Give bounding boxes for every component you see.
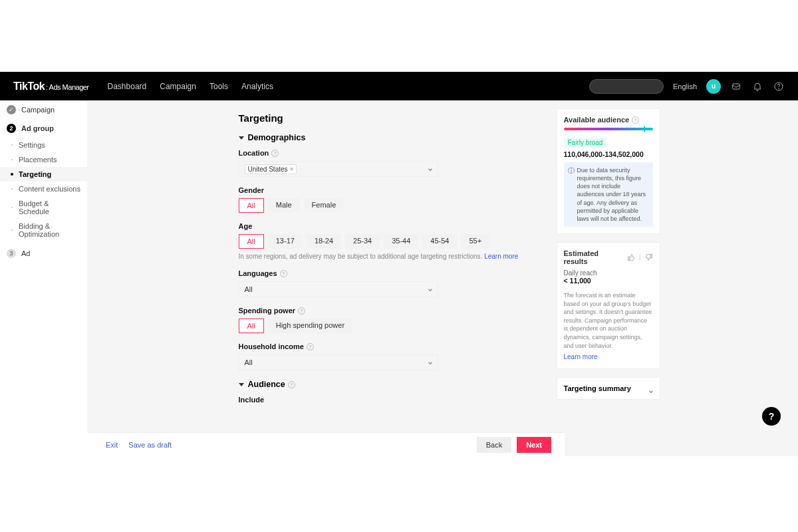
available-audience-title: Available audience <box>564 116 630 124</box>
exit-button[interactable]: Exit <box>100 438 123 452</box>
svg-point-2 <box>779 88 779 89</box>
info-icon[interactable]: ? <box>632 116 639 124</box>
sidebar-ad[interactable]: 3 Ad <box>0 244 87 263</box>
spending-all[interactable]: All <box>239 319 264 333</box>
household-select[interactable]: All <box>239 354 438 370</box>
svg-rect-0 <box>733 84 740 89</box>
right-aside: Available audience ? Fairly broad 110,04… <box>557 108 660 456</box>
age-all[interactable]: All <box>239 234 264 249</box>
age-options: All 13-17 18-24 25-34 35-44 45-54 55+ <box>239 234 534 249</box>
demographics-header[interactable]: Demographics <box>239 133 534 142</box>
sidebar-item-settings[interactable]: Settings <box>0 138 87 152</box>
alert-icon: ⓘ <box>568 166 575 223</box>
estimated-results-title: Estimated results <box>564 249 624 265</box>
help-fab[interactable]: ? <box>762 407 781 426</box>
age-35-44[interactable]: 35-44 <box>384 234 418 249</box>
chevron-down-icon <box>239 136 244 140</box>
demographics-label: Demographics <box>248 133 306 142</box>
info-icon[interactable]: ? <box>280 270 287 277</box>
household-label: Household income ? <box>239 342 534 350</box>
avatar[interactable]: u <box>706 79 721 94</box>
estimated-results-card: Estimated results | Daily reach < 11,000… <box>557 242 660 369</box>
spending-label: Spending power ? <box>239 307 534 315</box>
spending-high[interactable]: High spending power <box>268 319 352 333</box>
nav-tools[interactable]: Tools <box>209 82 228 91</box>
age-55-plus[interactable]: 55+ <box>461 234 489 249</box>
sidebar-item-bidding[interactable]: Bidding & Optimization <box>0 219 87 241</box>
sidebar-item-placements[interactable]: Placements <box>0 152 87 167</box>
chevron-down-icon <box>648 386 653 391</box>
sidebar-ad-label: Ad <box>21 249 30 257</box>
sidebar-item-content-exclusions[interactable]: Content exclusions <box>0 182 87 196</box>
audience-breadth-bar <box>564 128 653 130</box>
daily-reach-label: Daily reach <box>564 269 653 277</box>
gender-options: All Male Female <box>239 198 534 213</box>
chevron-down-icon <box>427 360 432 365</box>
languages-label: Languages ? <box>239 269 534 277</box>
nav-dashboard[interactable]: Dashboard <box>108 82 147 91</box>
gender-all[interactable]: All <box>239 198 264 213</box>
gender-label: Gender <box>239 186 534 194</box>
age-note: In some regions, ad delivery may be subj… <box>239 253 534 260</box>
back-button[interactable]: Back <box>477 437 511 453</box>
age-learn-more-link[interactable]: Learn more <box>484 253 518 260</box>
forecast-learn-more-link[interactable]: Learn more <box>564 353 598 360</box>
save-draft-button[interactable]: Save as draft <box>123 438 177 452</box>
age-25-34[interactable]: 25-34 <box>345 234 380 249</box>
brand-logo: TikTok: Ads Manager <box>13 80 89 92</box>
top-nav: TikTok: Ads Manager Dashboard Campaign T… <box>0 72 798 100</box>
nav-analytics[interactable]: Analytics <box>241 82 273 91</box>
gender-male[interactable]: Male <box>268 198 300 213</box>
help-icon[interactable] <box>773 80 785 92</box>
info-icon[interactable]: ? <box>288 381 295 388</box>
age-18-24[interactable]: 18-24 <box>307 234 341 249</box>
chevron-down-icon <box>239 383 244 386</box>
sidebar-item-targeting[interactable]: Targeting <box>0 167 87 182</box>
step-3-badge: 3 <box>7 249 16 258</box>
location-chip: United States × <box>245 164 297 174</box>
sidebar-adgroup-label: Ad group <box>21 124 54 132</box>
gender-female[interactable]: Female <box>304 198 344 213</box>
targeting-summary-card[interactable]: Targeting summary <box>557 377 660 400</box>
info-icon[interactable]: ? <box>298 307 305 315</box>
available-audience-card: Available audience ? Fairly broad 110,04… <box>557 108 660 234</box>
chip-remove-icon[interactable]: × <box>290 166 294 173</box>
nav-campaign[interactable]: Campaign <box>160 82 196 91</box>
chevron-down-icon <box>427 166 432 172</box>
check-icon: ✓ <box>7 105 16 114</box>
sidebar-campaign[interactable]: ✓ Campaign <box>0 100 87 119</box>
data-security-notice: ⓘ Due to data security requirements, thi… <box>564 162 653 227</box>
age-label: Age <box>239 222 534 230</box>
age-13-17[interactable]: 13-17 <box>268 234 303 249</box>
audience-header[interactable]: Audience ? <box>239 380 534 389</box>
brand-sub: : Ads Manager <box>46 83 88 91</box>
include-label: Include <box>239 396 534 404</box>
daily-reach-value: < 11,000 <box>564 277 653 285</box>
household-value: All <box>245 358 253 366</box>
campaign-sidebar: ✓ Campaign 2 Ad group Settings Placement… <box>0 100 87 456</box>
languages-select[interactable]: All <box>239 281 438 297</box>
targeting-panel: Targeting Demographics Location ? United… <box>225 108 547 456</box>
account-search[interactable] <box>589 79 664 94</box>
bell-icon[interactable] <box>751 80 763 92</box>
location-select[interactable]: United States × <box>239 161 438 177</box>
sidebar-campaign-label: Campaign <box>21 106 55 114</box>
thumbs-up-icon[interactable] <box>627 253 635 261</box>
next-button[interactable]: Next <box>517 437 551 453</box>
age-45-54[interactable]: 45-54 <box>422 234 457 249</box>
language-selector[interactable]: English <box>673 82 697 90</box>
sidebar-item-budget-schedule[interactable]: Budget & Schedule <box>0 196 87 219</box>
page-title: Targeting <box>239 112 534 124</box>
svg-rect-4 <box>650 254 652 257</box>
info-icon[interactable]: ? <box>307 343 314 350</box>
targeting-summary-title: Targeting summary <box>564 384 631 392</box>
brand-name: TikTok <box>13 80 45 92</box>
footer-bar: Exit Save as draft Back Next <box>87 432 565 456</box>
audience-label: Audience <box>248 380 285 389</box>
inbox-icon[interactable] <box>730 80 742 92</box>
sidebar-adgroup[interactable]: 2 Ad group <box>0 119 87 138</box>
thumbs-down-icon[interactable] <box>645 253 653 261</box>
info-icon[interactable]: ? <box>271 150 279 157</box>
location-label: Location ? <box>239 149 534 157</box>
chevron-down-icon <box>427 287 432 292</box>
